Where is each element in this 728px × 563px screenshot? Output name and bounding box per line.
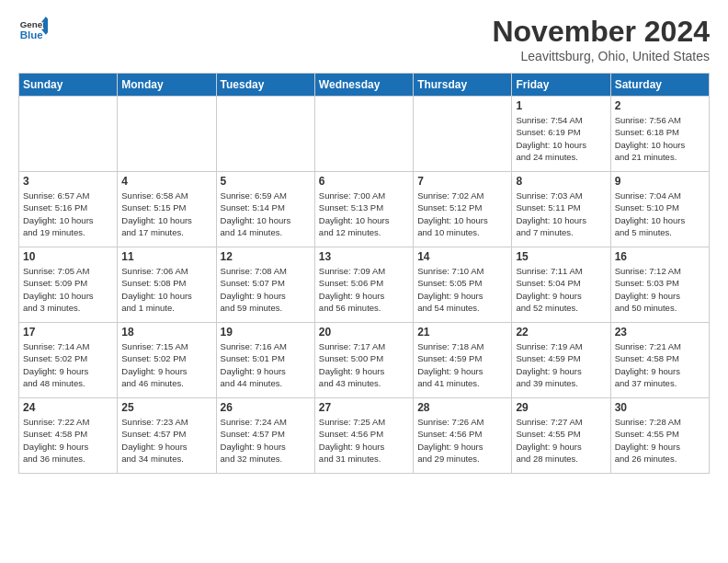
calendar-header-friday: Friday: [512, 74, 610, 97]
day-info: Sunrise: 7:14 AM Sunset: 5:02 PM Dayligh…: [23, 340, 113, 389]
day-number: 13: [319, 250, 409, 263]
day-number: 11: [121, 250, 211, 263]
day-number: 28: [417, 401, 507, 414]
day-number: 27: [319, 401, 409, 414]
day-number: 15: [516, 250, 606, 263]
day-info: Sunrise: 7:02 AM Sunset: 5:12 PM Dayligh…: [417, 190, 507, 238]
calendar-cell: 28Sunrise: 7:26 AM Sunset: 4:56 PM Dayli…: [414, 398, 512, 474]
day-info: Sunrise: 7:00 AM Sunset: 5:13 PM Dayligh…: [319, 190, 409, 238]
calendar-cell: 29Sunrise: 7:27 AM Sunset: 4:55 PM Dayli…: [512, 398, 610, 474]
calendar-cell: 6Sunrise: 7:00 AM Sunset: 5:13 PM Daylig…: [314, 172, 413, 247]
week-row-1: 1Sunrise: 7:54 AM Sunset: 6:19 PM Daylig…: [19, 97, 710, 172]
day-info: Sunrise: 7:21 AM Sunset: 4:58 PM Dayligh…: [615, 340, 705, 389]
calendar-cell: 13Sunrise: 7:09 AM Sunset: 5:06 PM Dayli…: [314, 247, 413, 323]
day-number: 29: [516, 401, 606, 414]
day-info: Sunrise: 7:24 AM Sunset: 4:57 PM Dayligh…: [221, 416, 311, 465]
calendar-cell: 8Sunrise: 7:03 AM Sunset: 5:11 PM Daylig…: [512, 172, 610, 247]
day-info: Sunrise: 7:15 AM Sunset: 5:02 PM Dayligh…: [121, 340, 211, 389]
day-number: 22: [516, 326, 606, 339]
calendar-cell: 2Sunrise: 7:56 AM Sunset: 6:18 PM Daylig…: [610, 97, 709, 172]
calendar-cell: 18Sunrise: 7:15 AM Sunset: 5:02 PM Dayli…: [118, 323, 216, 398]
calendar-cell: 12Sunrise: 7:08 AM Sunset: 5:07 PM Dayli…: [216, 247, 314, 323]
month-title: November 2024: [492, 15, 710, 49]
calendar-cell: 19Sunrise: 7:16 AM Sunset: 5:01 PM Dayli…: [216, 323, 314, 398]
day-info: Sunrise: 7:26 AM Sunset: 4:56 PM Dayligh…: [417, 416, 507, 465]
calendar-header-thursday: Thursday: [414, 74, 512, 97]
day-number: 10: [23, 250, 113, 263]
location: Leavittsburg, Ohio, United States: [492, 49, 710, 63]
calendar-cell: 30Sunrise: 7:28 AM Sunset: 4:55 PM Dayli…: [610, 398, 709, 474]
day-number: 30: [615, 401, 705, 414]
calendar-cell: 1Sunrise: 7:54 AM Sunset: 6:19 PM Daylig…: [512, 97, 610, 172]
day-info: Sunrise: 7:22 AM Sunset: 4:58 PM Dayligh…: [23, 416, 113, 465]
day-info: Sunrise: 7:28 AM Sunset: 4:55 PM Dayligh…: [615, 416, 705, 465]
calendar-cell: [414, 97, 512, 172]
week-row-4: 17Sunrise: 7:14 AM Sunset: 5:02 PM Dayli…: [19, 323, 710, 398]
day-info: Sunrise: 7:12 AM Sunset: 5:03 PM Dayligh…: [615, 265, 705, 314]
page: General Blue November 2024 Leavittsburg,…: [0, 0, 728, 483]
day-number: 24: [23, 401, 113, 414]
calendar-cell: 23Sunrise: 7:21 AM Sunset: 4:58 PM Dayli…: [610, 323, 709, 398]
day-number: 20: [319, 326, 409, 339]
day-info: Sunrise: 7:54 AM Sunset: 6:19 PM Dayligh…: [516, 114, 606, 163]
day-number: 23: [615, 326, 705, 339]
calendar-cell: 16Sunrise: 7:12 AM Sunset: 5:03 PM Dayli…: [610, 247, 709, 323]
day-info: Sunrise: 7:27 AM Sunset: 4:55 PM Dayligh…: [516, 416, 606, 465]
day-info: Sunrise: 6:58 AM Sunset: 5:15 PM Dayligh…: [121, 190, 211, 238]
day-info: Sunrise: 7:03 AM Sunset: 5:11 PM Dayligh…: [516, 190, 606, 238]
calendar-cell: 26Sunrise: 7:24 AM Sunset: 4:57 PM Dayli…: [216, 398, 314, 474]
day-number: 9: [615, 175, 705, 188]
day-number: 25: [121, 401, 211, 414]
calendar-cell: 17Sunrise: 7:14 AM Sunset: 5:02 PM Dayli…: [19, 323, 118, 398]
day-info: Sunrise: 7:05 AM Sunset: 5:09 PM Dayligh…: [23, 265, 113, 314]
calendar-cell: 9Sunrise: 7:04 AM Sunset: 5:10 PM Daylig…: [610, 172, 709, 247]
calendar-cell: 14Sunrise: 7:10 AM Sunset: 5:05 PM Dayli…: [414, 247, 512, 323]
day-info: Sunrise: 7:25 AM Sunset: 4:56 PM Dayligh…: [319, 416, 409, 465]
calendar-header-saturday: Saturday: [610, 74, 709, 97]
day-number: 2: [615, 99, 705, 112]
day-number: 8: [516, 175, 606, 188]
calendar-cell: 24Sunrise: 7:22 AM Sunset: 4:58 PM Dayli…: [19, 398, 118, 474]
calendar-cell: 4Sunrise: 6:58 AM Sunset: 5:15 PM Daylig…: [118, 172, 216, 247]
day-info: Sunrise: 6:59 AM Sunset: 5:14 PM Dayligh…: [221, 190, 311, 238]
day-info: Sunrise: 7:19 AM Sunset: 4:59 PM Dayligh…: [516, 340, 606, 389]
title-block: November 2024 Leavittsburg, Ohio, United…: [492, 15, 710, 63]
calendar-cell: [118, 97, 216, 172]
calendar-cell: 22Sunrise: 7:19 AM Sunset: 4:59 PM Dayli…: [512, 323, 610, 398]
calendar-header-row: SundayMondayTuesdayWednesdayThursdayFrid…: [19, 74, 710, 97]
calendar-cell: [19, 97, 118, 172]
calendar-cell: 25Sunrise: 7:23 AM Sunset: 4:57 PM Dayli…: [118, 398, 216, 474]
day-number: 4: [121, 175, 211, 188]
day-number: 3: [23, 175, 113, 188]
calendar-cell: 10Sunrise: 7:05 AM Sunset: 5:09 PM Dayli…: [19, 247, 118, 323]
calendar-cell: 3Sunrise: 6:57 AM Sunset: 5:16 PM Daylig…: [19, 172, 118, 247]
logo: General Blue: [18, 15, 48, 44]
calendar-cell: [314, 97, 413, 172]
day-number: 16: [615, 250, 705, 263]
week-row-3: 10Sunrise: 7:05 AM Sunset: 5:09 PM Dayli…: [19, 247, 710, 323]
day-number: 6: [319, 175, 409, 188]
day-info: Sunrise: 7:18 AM Sunset: 4:59 PM Dayligh…: [417, 340, 507, 389]
day-number: 18: [121, 326, 211, 339]
day-info: Sunrise: 7:10 AM Sunset: 5:05 PM Dayligh…: [417, 265, 507, 314]
calendar: SundayMondayTuesdayWednesdayThursdayFrid…: [18, 73, 710, 474]
calendar-header-monday: Monday: [118, 74, 216, 97]
calendar-cell: 15Sunrise: 7:11 AM Sunset: 5:04 PM Dayli…: [512, 247, 610, 323]
day-number: 19: [221, 326, 311, 339]
day-info: Sunrise: 7:23 AM Sunset: 4:57 PM Dayligh…: [121, 416, 211, 465]
day-number: 17: [23, 326, 113, 339]
calendar-cell: 7Sunrise: 7:02 AM Sunset: 5:12 PM Daylig…: [414, 172, 512, 247]
week-row-5: 24Sunrise: 7:22 AM Sunset: 4:58 PM Dayli…: [19, 398, 710, 474]
day-info: Sunrise: 7:17 AM Sunset: 5:00 PM Dayligh…: [319, 340, 409, 389]
day-number: 5: [221, 175, 311, 188]
calendar-cell: 27Sunrise: 7:25 AM Sunset: 4:56 PM Dayli…: [314, 398, 413, 474]
day-info: Sunrise: 7:11 AM Sunset: 5:04 PM Dayligh…: [516, 265, 606, 314]
day-number: 21: [417, 326, 507, 339]
day-info: Sunrise: 7:08 AM Sunset: 5:07 PM Dayligh…: [221, 265, 311, 314]
day-info: Sunrise: 7:09 AM Sunset: 5:06 PM Dayligh…: [319, 265, 409, 314]
logo-icon: General Blue: [18, 15, 48, 44]
day-info: Sunrise: 7:04 AM Sunset: 5:10 PM Dayligh…: [615, 190, 705, 238]
day-info: Sunrise: 6:57 AM Sunset: 5:16 PM Dayligh…: [23, 190, 113, 238]
day-number: 14: [417, 250, 507, 263]
day-number: 1: [516, 99, 606, 112]
